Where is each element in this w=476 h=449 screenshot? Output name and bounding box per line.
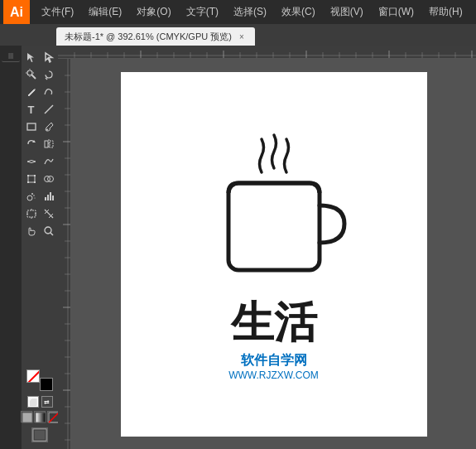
ruler-vertical: [58, 59, 71, 449]
pen-tools: [23, 66, 57, 83]
direct-selection-tool[interactable]: [41, 49, 57, 65]
svg-rect-11: [45, 141, 48, 147]
hand-zoom-tools: [23, 223, 57, 239]
rotate-tool[interactable]: [23, 136, 40, 152]
svg-rect-18: [34, 181, 36, 183]
main-layout: |||: [0, 46, 476, 449]
symbol-sprayer-tool[interactable]: [23, 188, 40, 205]
svg-rect-25: [45, 197, 46, 200]
line-tool[interactable]: [41, 101, 57, 118]
tools-panel: T: [22, 46, 58, 449]
svg-rect-12: [50, 141, 53, 147]
svg-rect-43: [58, 46, 476, 59]
artboard-tools: [23, 205, 57, 222]
menu-file[interactable]: 文件(F): [35, 3, 80, 21]
shape-tools: [23, 118, 57, 135]
svg-line-36: [27, 370, 40, 383]
svg-point-21: [27, 196, 32, 200]
graph-tool[interactable]: [41, 188, 57, 205]
selection-tools: [23, 49, 57, 65]
svg-line-0: [31, 75, 36, 79]
main-text: 生活: [231, 301, 317, 344]
color-mode-none[interactable]: [47, 411, 59, 422]
svg-point-1: [27, 70, 32, 75]
build-tools: [23, 171, 57, 187]
foreground-color-swatch[interactable]: [26, 369, 40, 383]
menu-bar: Ai 文件(F) 编辑(E) 对象(O) 文字(T) 选择(S) 效果(C) 视…: [0, 0, 476, 24]
hand-tool[interactable]: [23, 223, 40, 239]
reflect-tool[interactable]: [41, 136, 57, 152]
cup-svg: [191, 127, 357, 292]
warp-tools: [23, 153, 57, 170]
svg-rect-97: [228, 183, 320, 270]
svg-rect-29: [27, 210, 36, 217]
pencil-tools: [23, 84, 57, 100]
artboard: 生活 软件自学网 WWW.RJZXW.COM: [121, 72, 427, 437]
menu-edit[interactable]: 编辑(E): [82, 3, 128, 21]
tab-label: 未标题-1* @ 392.61% (CMYK/GPU 预览): [65, 31, 232, 43]
menu-select[interactable]: 选择(S): [227, 3, 273, 21]
rotate-tools: [23, 136, 57, 152]
svg-rect-14: [28, 176, 35, 182]
color-section: ⬜ ⇄: [21, 368, 59, 446]
selection-tool[interactable]: [23, 49, 40, 65]
menu-view[interactable]: 视图(V): [324, 3, 370, 21]
zoom-tool[interactable]: [41, 223, 57, 239]
lasso-tool[interactable]: [41, 66, 57, 83]
color-mode-gradient[interactable]: [34, 411, 46, 422]
menu-object[interactable]: 对象(O): [130, 3, 177, 21]
svg-rect-8: [27, 123, 36, 130]
svg-line-35: [50, 233, 53, 235]
ruler-indicator: |||: [2, 49, 20, 62]
svg-point-24: [34, 197, 35, 198]
svg-rect-38: [36, 413, 46, 422]
svg-point-34: [45, 227, 51, 234]
paintbrush-tool[interactable]: [41, 118, 57, 135]
no-fill-button[interactable]: ⬜: [27, 396, 39, 408]
free-transform-tool[interactable]: [23, 171, 40, 187]
svg-rect-17: [27, 181, 29, 183]
svg-rect-15: [27, 175, 29, 176]
menu-effect[interactable]: 效果(C): [275, 3, 322, 21]
color-mode-fill[interactable]: [21, 411, 32, 422]
svg-rect-28: [52, 196, 54, 200]
svg-rect-42: [35, 431, 46, 440]
tab-bar: 未标题-1* @ 392.61% (CMYK/GPU 预览) ×: [0, 24, 476, 46]
canvas-area[interactable]: 生活 软件自学网 WWW.RJZXW.COM: [58, 46, 476, 449]
svg-rect-27: [50, 192, 51, 200]
menu-items: 文件(F) 编辑(E) 对象(O) 文字(T) 选择(S) 效果(C) 视图(V…: [35, 3, 469, 21]
document-tab[interactable]: 未标题-1* @ 392.61% (CMYK/GPU 预览) ×: [56, 27, 255, 46]
artboard-tool[interactable]: [23, 205, 40, 222]
screen-mode-button[interactable]: [31, 427, 48, 442]
svg-rect-26: [47, 195, 49, 200]
menu-help[interactable]: 帮助(H): [422, 3, 469, 21]
magic-wand-tool[interactable]: [23, 66, 40, 83]
rectangle-tool[interactable]: [23, 118, 40, 135]
swap-colors-button[interactable]: ⇄: [41, 396, 53, 408]
slice-tool[interactable]: [41, 205, 57, 222]
svg-line-7: [45, 105, 53, 113]
menu-text[interactable]: 文字(T): [180, 3, 225, 21]
svg-point-9: [46, 129, 48, 131]
svg-point-22: [31, 193, 33, 195]
svg-rect-16: [34, 175, 36, 176]
tab-close-button[interactable]: ×: [237, 31, 247, 41]
app-logo: Ai: [3, 0, 30, 24]
menu-window[interactable]: 窗口(W): [372, 3, 421, 21]
website-name: 软件自学网: [228, 352, 319, 369]
website-url: WWW.RJZXW.COM: [228, 369, 319, 381]
shape-builder-tool[interactable]: [41, 171, 57, 187]
width-tool[interactable]: [23, 153, 40, 170]
svg-point-23: [33, 195, 35, 196]
cup-illustration: [191, 127, 357, 292]
svg-line-6: [46, 78, 47, 80]
pencil-tool[interactable]: [23, 84, 40, 100]
graph-tools: [23, 188, 57, 205]
ruler-horizontal: [58, 46, 476, 59]
warp-tool[interactable]: [41, 153, 57, 170]
background-color-swatch[interactable]: [40, 378, 53, 391]
type-tools: T: [23, 101, 57, 118]
type-tool[interactable]: T: [23, 101, 40, 118]
left-toolbar: |||: [0, 46, 22, 449]
smooth-tool[interactable]: [41, 84, 57, 100]
